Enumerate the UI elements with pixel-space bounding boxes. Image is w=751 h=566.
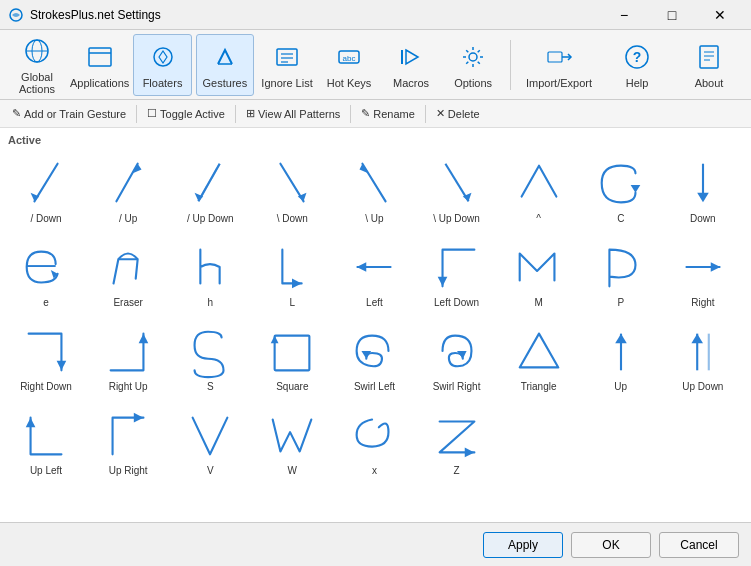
add-train-button[interactable]: ✎ Add or Train Gesture — [6, 105, 132, 122]
gesture-item[interactable]: Right Down — [8, 320, 84, 400]
toolbar: Global Actions Applications Floaters Ges… — [0, 30, 751, 100]
list-icon — [271, 41, 303, 73]
svg-text:?: ? — [633, 49, 642, 65]
gesture-item[interactable]: Swirl Left — [336, 320, 412, 400]
gesture-item[interactable]: Square — [254, 320, 330, 400]
toggle-active-button[interactable]: ☐ Toggle Active — [141, 105, 231, 122]
gesture-item[interactable]: Eraser — [90, 236, 166, 316]
gesture-svg-slash-down — [16, 156, 76, 211]
gesture-item[interactable]: Left — [336, 236, 412, 316]
action-bar: ✎ Add or Train Gesture ☐ Toggle Active ⊞… — [0, 100, 751, 128]
view-all-patterns-button[interactable]: ⊞ View All Patterns — [240, 105, 346, 122]
gesture-label: Swirl Right — [433, 381, 481, 392]
toolbar-hot-keys[interactable]: abc Hot Keys — [320, 34, 378, 96]
gesture-item[interactable]: Z — [419, 404, 495, 484]
gesture-label: / Up — [119, 213, 137, 224]
gesture-item[interactable]: S — [172, 320, 248, 400]
gesture-item[interactable]: L — [254, 236, 330, 316]
gesture-svg-up-right — [98, 408, 158, 463]
gesture-item[interactable]: x — [336, 404, 412, 484]
rename-button[interactable]: ✎ Rename — [355, 105, 421, 122]
minimize-button[interactable]: − — [601, 0, 647, 30]
view-icon: ⊞ — [246, 107, 255, 120]
toolbar-about-label: About — [695, 77, 724, 89]
toolbar-gestures[interactable]: Gestures — [196, 34, 254, 96]
gesture-item[interactable]: e — [8, 236, 84, 316]
toolbar-global-actions[interactable]: Global Actions — [8, 34, 66, 96]
gesture-item[interactable]: / Up — [90, 152, 166, 232]
gesture-label: V — [207, 465, 214, 476]
gesture-label: Up Left — [30, 465, 62, 476]
apply-button[interactable]: Apply — [483, 532, 563, 558]
gesture-item[interactable]: Triangle — [501, 320, 577, 400]
gesture-label: Down — [690, 213, 716, 224]
gesture-item[interactable]: Down — [665, 152, 741, 232]
gesture-item[interactable]: ^ — [501, 152, 577, 232]
ok-button[interactable]: OK — [571, 532, 651, 558]
gesture-svg-down — [673, 156, 733, 211]
toolbar-ignore-list[interactable]: Ignore List — [258, 34, 316, 96]
rename-label: Rename — [373, 108, 415, 120]
gesture-svg-x — [344, 408, 404, 463]
maximize-button[interactable]: □ — [649, 0, 695, 30]
gesture-label: \ Up Down — [433, 213, 480, 224]
about-icon — [693, 41, 725, 73]
svg-marker-45 — [357, 262, 367, 272]
toolbar-floaters[interactable]: Floaters — [133, 34, 191, 96]
gesture-svg-square — [262, 324, 322, 379]
gesture-item[interactable]: Up Left — [8, 404, 84, 484]
gesture-label: Square — [276, 381, 308, 392]
toolbar-ignore-list-label: Ignore List — [261, 77, 312, 89]
gesture-label: Triangle — [521, 381, 557, 392]
svg-marker-40 — [697, 193, 709, 203]
delete-button[interactable]: ✕ Delete — [430, 105, 486, 122]
action-separator-4 — [425, 105, 426, 123]
macro-icon — [395, 41, 427, 73]
gesture-label: Eraser — [113, 297, 142, 308]
title-bar-controls: − □ ✕ — [601, 0, 743, 30]
svg-marker-59 — [691, 334, 703, 344]
gesture-svg-l — [262, 240, 322, 295]
svg-marker-60 — [26, 418, 36, 428]
gesture-item[interactable]: W — [254, 404, 330, 484]
gesture-item[interactable]: \ Down — [254, 152, 330, 232]
toolbar-import-export[interactable]: Import/Export — [519, 34, 599, 96]
toolbar-applications[interactable]: Applications — [70, 34, 129, 96]
gesture-item[interactable]: Left Down — [419, 236, 495, 316]
toolbar-options[interactable]: Options — [444, 34, 502, 96]
floater-icon — [147, 41, 179, 73]
gesture-item[interactable]: Up — [583, 320, 659, 400]
close-button[interactable]: ✕ — [697, 0, 743, 30]
toolbar-global-actions-label: Global Actions — [8, 71, 66, 95]
importexport-icon — [543, 41, 575, 73]
gesture-svg-backslash-up-down — [427, 156, 487, 211]
svg-marker-52 — [271, 336, 279, 344]
gesture-item[interactable]: \ Up — [336, 152, 412, 232]
gesture-item[interactable]: Right — [665, 236, 741, 316]
toolbar-about[interactable]: About — [675, 34, 743, 96]
gesture-item[interactable]: h — [172, 236, 248, 316]
gesture-svg-swirl-right — [427, 324, 487, 379]
gesture-label: Swirl Left — [354, 381, 395, 392]
gesture-item[interactable]: Swirl Right — [419, 320, 495, 400]
gesture-item[interactable]: M — [501, 236, 577, 316]
toolbar-help[interactable]: ? Help — [603, 34, 671, 96]
gesture-item[interactable]: Up Down — [665, 320, 741, 400]
gesture-item[interactable]: C — [583, 152, 659, 232]
cancel-button[interactable]: Cancel — [659, 532, 739, 558]
gesture-label: L — [290, 297, 296, 308]
toolbar-gestures-label: Gestures — [203, 77, 248, 89]
gesture-item[interactable]: V — [172, 404, 248, 484]
gesture-item[interactable]: / Down — [8, 152, 84, 232]
gesture-item[interactable]: Up Right — [90, 404, 166, 484]
gesture-item[interactable]: P — [583, 236, 659, 316]
svg-line-34 — [363, 164, 386, 202]
rename-icon: ✎ — [361, 107, 370, 120]
gesture-svg-h — [180, 240, 240, 295]
svg-rect-21 — [700, 46, 718, 68]
gesture-item[interactable]: \ Up Down — [419, 152, 495, 232]
gesture-item[interactable]: Right Up — [90, 320, 166, 400]
gesture-label: / Up Down — [187, 213, 234, 224]
gesture-item[interactable]: / Up Down — [172, 152, 248, 232]
toolbar-macros[interactable]: Macros — [382, 34, 440, 96]
